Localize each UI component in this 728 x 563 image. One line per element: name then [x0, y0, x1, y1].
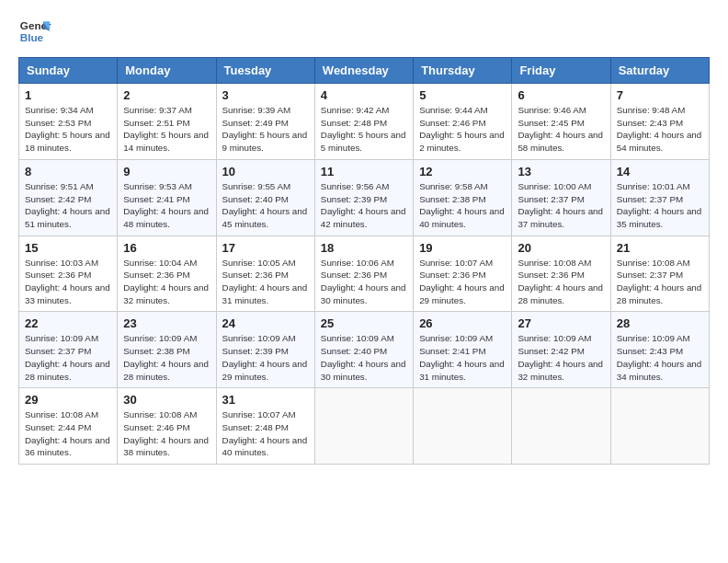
day-info: Sunrise: 10:08 AM Sunset: 2:46 PM Daylig…	[123, 408, 210, 459]
calendar-cell: 23 Sunrise: 10:09 AM Sunset: 2:38 PM Day…	[118, 312, 216, 388]
day-number: 29	[25, 393, 111, 407]
day-of-week-header: Thursday	[414, 58, 512, 84]
calendar-cell: 24 Sunrise: 10:09 AM Sunset: 2:39 PM Day…	[216, 312, 314, 388]
day-number: 16	[123, 241, 210, 255]
day-number: 19	[419, 241, 506, 255]
day-number: 13	[518, 165, 604, 178]
calendar-cell	[512, 388, 610, 465]
day-info: Sunrise: 9:58 AM Sunset: 2:38 PM Dayligh…	[419, 180, 506, 231]
day-of-week-header: Tuesday	[216, 58, 314, 84]
day-number: 12	[419, 165, 506, 178]
day-info: Sunrise: 9:53 AM Sunset: 2:41 PM Dayligh…	[123, 180, 210, 231]
day-number: 28	[617, 316, 703, 330]
day-info: Sunrise: 10:09 AM Sunset: 2:38 PM Daylig…	[123, 332, 210, 383]
day-number: 1	[25, 88, 111, 102]
day-number: 14	[617, 165, 703, 178]
day-number: 30	[123, 393, 210, 407]
calendar-cell: 25 Sunrise: 10:09 AM Sunset: 2:40 PM Day…	[314, 312, 413, 388]
calendar-cell: 15 Sunrise: 10:03 AM Sunset: 2:36 PM Day…	[19, 236, 118, 312]
day-of-week-header: Wednesday	[314, 58, 413, 84]
day-number: 11	[321, 165, 407, 178]
day-number: 4	[321, 88, 407, 102]
calendar-cell: 5 Sunrise: 9:44 AM Sunset: 2:46 PM Dayli…	[414, 84, 512, 160]
day-info: Sunrise: 9:55 AM Sunset: 2:40 PM Dayligh…	[222, 180, 309, 231]
calendar-cell: 13 Sunrise: 10:00 AM Sunset: 2:37 PM Day…	[512, 159, 610, 236]
day-number: 5	[419, 88, 506, 102]
day-number: 9	[123, 165, 210, 178]
day-info: Sunrise: 10:09 AM Sunset: 2:42 PM Daylig…	[518, 332, 604, 383]
calendar-cell: 26 Sunrise: 10:09 AM Sunset: 2:41 PM Day…	[414, 312, 512, 388]
logo: General Blue	[18, 15, 57, 48]
day-number: 21	[617, 241, 703, 255]
day-info: Sunrise: 10:07 AM Sunset: 2:48 PM Daylig…	[222, 408, 309, 459]
calendar-cell: 10 Sunrise: 9:55 AM Sunset: 2:40 PM Dayl…	[216, 159, 314, 236]
calendar-cell: 16 Sunrise: 10:04 AM Sunset: 2:36 PM Day…	[118, 236, 216, 312]
calendar-cell	[314, 388, 413, 465]
day-info: Sunrise: 10:04 AM Sunset: 2:36 PM Daylig…	[123, 257, 210, 307]
logo-icon: General Blue	[18, 15, 51, 48]
day-number: 2	[123, 88, 210, 102]
day-of-week-header: Friday	[512, 58, 610, 84]
day-info: Sunrise: 9:56 AM Sunset: 2:39 PM Dayligh…	[321, 180, 407, 231]
day-info: Sunrise: 9:39 AM Sunset: 2:49 PM Dayligh…	[222, 104, 309, 155]
day-info: Sunrise: 10:07 AM Sunset: 2:36 PM Daylig…	[419, 257, 506, 307]
day-number: 10	[222, 165, 309, 178]
calendar-cell: 30 Sunrise: 10:08 AM Sunset: 2:46 PM Day…	[118, 388, 216, 465]
day-info: Sunrise: 9:46 AM Sunset: 2:45 PM Dayligh…	[518, 104, 604, 155]
calendar-cell	[610, 388, 709, 465]
day-info: Sunrise: 10:08 AM Sunset: 2:37 PM Daylig…	[617, 257, 703, 307]
calendar-cell: 3 Sunrise: 9:39 AM Sunset: 2:49 PM Dayli…	[216, 84, 314, 160]
day-number: 25	[321, 316, 407, 330]
calendar-cell: 14 Sunrise: 10:01 AM Sunset: 2:37 PM Day…	[610, 159, 709, 236]
header: General Blue	[18, 15, 710, 48]
day-info: Sunrise: 10:01 AM Sunset: 2:37 PM Daylig…	[617, 180, 703, 231]
day-info: Sunrise: 10:00 AM Sunset: 2:37 PM Daylig…	[518, 180, 604, 231]
calendar-cell	[414, 388, 512, 465]
calendar-cell: 7 Sunrise: 9:48 AM Sunset: 2:43 PM Dayli…	[610, 84, 709, 160]
calendar-cell: 17 Sunrise: 10:05 AM Sunset: 2:36 PM Day…	[216, 236, 314, 312]
calendar-cell: 6 Sunrise: 9:46 AM Sunset: 2:45 PM Dayli…	[512, 84, 610, 160]
day-info: Sunrise: 9:44 AM Sunset: 2:46 PM Dayligh…	[419, 104, 506, 155]
day-of-week-header: Sunday	[19, 58, 118, 84]
calendar-cell: 31 Sunrise: 10:07 AM Sunset: 2:48 PM Day…	[216, 388, 314, 465]
day-number: 23	[123, 316, 210, 330]
day-info: Sunrise: 9:51 AM Sunset: 2:42 PM Dayligh…	[25, 180, 111, 231]
day-info: Sunrise: 9:42 AM Sunset: 2:48 PM Dayligh…	[321, 104, 407, 155]
day-info: Sunrise: 10:09 AM Sunset: 2:43 PM Daylig…	[617, 332, 703, 383]
day-info: Sunrise: 9:48 AM Sunset: 2:43 PM Dayligh…	[617, 104, 703, 155]
day-number: 18	[321, 241, 407, 255]
calendar-cell: 21 Sunrise: 10:08 AM Sunset: 2:37 PM Day…	[610, 236, 709, 312]
calendar-cell: 19 Sunrise: 10:07 AM Sunset: 2:36 PM Day…	[414, 236, 512, 312]
calendar-cell: 2 Sunrise: 9:37 AM Sunset: 2:51 PM Dayli…	[118, 84, 216, 160]
day-number: 20	[518, 241, 604, 255]
day-info: Sunrise: 10:08 AM Sunset: 2:36 PM Daylig…	[518, 257, 604, 307]
day-info: Sunrise: 10:09 AM Sunset: 2:39 PM Daylig…	[222, 332, 309, 383]
day-info: Sunrise: 10:09 AM Sunset: 2:41 PM Daylig…	[419, 332, 506, 383]
day-number: 7	[617, 88, 703, 102]
page: General Blue SundayMondayTuesdayWednesda…	[0, 0, 728, 474]
day-number: 3	[222, 88, 309, 102]
day-info: Sunrise: 10:05 AM Sunset: 2:36 PM Daylig…	[222, 257, 309, 307]
calendar-cell: 1 Sunrise: 9:34 AM Sunset: 2:53 PM Dayli…	[19, 84, 118, 160]
day-info: Sunrise: 9:34 AM Sunset: 2:53 PM Dayligh…	[25, 104, 111, 155]
day-info: Sunrise: 10:09 AM Sunset: 2:37 PM Daylig…	[25, 332, 111, 383]
calendar-table: SundayMondayTuesdayWednesdayThursdayFrid…	[18, 57, 710, 465]
day-info: Sunrise: 10:09 AM Sunset: 2:40 PM Daylig…	[321, 332, 407, 383]
calendar-cell: 18 Sunrise: 10:06 AM Sunset: 2:36 PM Day…	[314, 236, 413, 312]
day-number: 15	[25, 241, 111, 255]
day-number: 24	[222, 316, 309, 330]
day-info: Sunrise: 10:06 AM Sunset: 2:36 PM Daylig…	[321, 257, 407, 307]
day-info: Sunrise: 9:37 AM Sunset: 2:51 PM Dayligh…	[123, 104, 210, 155]
calendar-cell: 8 Sunrise: 9:51 AM Sunset: 2:42 PM Dayli…	[19, 159, 118, 236]
day-info: Sunrise: 10:08 AM Sunset: 2:44 PM Daylig…	[25, 408, 111, 459]
svg-text:Blue: Blue	[20, 31, 44, 43]
calendar-cell: 22 Sunrise: 10:09 AM Sunset: 2:37 PM Day…	[19, 312, 118, 388]
day-number: 8	[25, 165, 111, 178]
day-number: 27	[518, 316, 604, 330]
calendar-cell: 20 Sunrise: 10:08 AM Sunset: 2:36 PM Day…	[512, 236, 610, 312]
calendar-cell: 12 Sunrise: 9:58 AM Sunset: 2:38 PM Dayl…	[414, 159, 512, 236]
calendar-cell: 4 Sunrise: 9:42 AM Sunset: 2:48 PM Dayli…	[314, 84, 413, 160]
day-number: 31	[222, 393, 309, 407]
day-of-week-header: Monday	[118, 58, 216, 84]
day-number: 17	[222, 241, 309, 255]
